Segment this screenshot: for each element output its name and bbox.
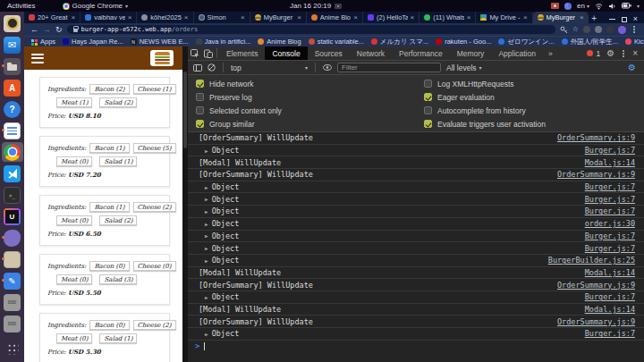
back-button[interactable]: ← [30, 26, 38, 34]
activities-button[interactable]: Activities [7, 2, 36, 10]
tab-close-button[interactable]: × [128, 13, 132, 21]
browser-tab[interactable]: My Drive - Goo× [476, 12, 532, 23]
dock-item-show-apps[interactable] [2, 339, 23, 358]
source-link[interactable]: OrderSummary.js:9 [557, 317, 644, 326]
browser-tab[interactable]: MyBurger× [250, 12, 307, 23]
browser-tab[interactable]: Simon× [194, 12, 250, 23]
console-sidebar-icon[interactable] [193, 64, 202, 72]
setting-selected-context-only[interactable]: Selected context only [196, 104, 416, 117]
page-scrollbar[interactable] [182, 46, 188, 362]
scrollbar-thumb[interactable] [183, 72, 187, 148]
tab-close-button[interactable]: × [241, 13, 245, 21]
extension-icon[interactable] [583, 26, 590, 33]
devtools-tab-console[interactable]: Console [265, 46, 307, 60]
tab-close-button[interactable]: × [580, 13, 584, 21]
source-link[interactable]: Burger.js:7 [585, 232, 644, 240]
hamburger-menu-icon[interactable] [31, 54, 44, 63]
expand-triangle-icon[interactable]: ▶ [188, 184, 212, 190]
source-link[interactable]: OrderSummary.js:9 [557, 170, 644, 179]
source-link[interactable]: Modal.js:14 [585, 305, 644, 314]
setting-hide-network[interactable]: Hide network [196, 77, 416, 90]
devtools-close-button[interactable]: × [632, 48, 638, 58]
checkbox[interactable] [424, 120, 432, 128]
source-link[interactable]: order.js:30 [585, 219, 644, 228]
dock-item-files[interactable] [2, 56, 23, 76]
dock-item-ssd-1[interactable]: SSD [2, 292, 23, 312]
tab-close-button[interactable]: × [297, 13, 301, 21]
device-toolbar-icon[interactable] [201, 49, 215, 58]
error-badge[interactable]: 1 [587, 49, 600, 58]
browser-tab[interactable]: MyBurger× [533, 12, 589, 23]
burger-logo[interactable] [150, 50, 174, 66]
devtools-menu-icon[interactable] [623, 53, 624, 55]
minimize-button[interactable] [609, 19, 615, 20]
checkbox[interactable] [196, 106, 204, 114]
source-link[interactable]: Modal.js:14 [585, 268, 644, 277]
dock-item-intellij[interactable]: U [2, 206, 23, 226]
checkbox[interactable] [196, 120, 204, 128]
topbar-app-menu[interactable]: Google Chrome ▾ [63, 2, 129, 10]
inspect-element-icon[interactable] [188, 49, 201, 58]
reload-button[interactable]: ↻ [55, 26, 63, 34]
devtools-tab-application[interactable]: Application [491, 46, 543, 60]
expand-triangle-icon[interactable]: ▶ [188, 232, 212, 239]
devtools-tab-memory[interactable]: Memory [450, 46, 492, 60]
source-link[interactable]: BurgerBuilder.js:25 [548, 256, 644, 265]
language-indicator[interactable]: en▾ [577, 2, 589, 10]
setting-preserve-log[interactable]: Preserve log [196, 90, 416, 104]
devtools-tab-sources[interactable]: Sources [308, 46, 350, 60]
checkbox[interactable] [196, 80, 204, 88]
setting-evaluate-triggers-user-activation[interactable]: Evaluate triggers user activation [424, 117, 644, 130]
tab-close-button[interactable]: × [411, 13, 415, 21]
bookmark-star-icon[interactable]: ☆ [572, 26, 579, 33]
browser-tab[interactable]: (2) HelloTalk× [363, 12, 419, 23]
bookmark-item[interactable]: Apps [31, 38, 55, 46]
eye-icon[interactable] [323, 64, 332, 71]
setting-eager-evaluation[interactable]: Eager evaluation [424, 90, 644, 104]
expand-triangle-icon[interactable]: ▶ [188, 221, 212, 227]
bookmark-item[interactable]: ゼロワンイン... [498, 38, 554, 46]
checkbox[interactable] [424, 106, 432, 114]
source-link[interactable]: OrderSummary.js:9 [557, 281, 644, 290]
console-prompt[interactable]: > [188, 341, 644, 352]
profile-avatar[interactable] [618, 26, 626, 34]
browser-tab[interactable]: 20+ Great Inte× [24, 12, 80, 23]
dock-item-ubuntu-software[interactable]: A [2, 78, 23, 97]
source-link[interactable]: Burger.js:7 [585, 195, 644, 204]
expand-triangle-icon[interactable]: ▶ [188, 245, 212, 251]
bookmark-item[interactable]: Java in artifici... [196, 38, 251, 46]
tab-close-button[interactable]: × [523, 13, 528, 21]
tab-close-button[interactable]: × [467, 13, 471, 21]
bookmark-item[interactable]: Anime Blog [258, 38, 301, 46]
key-icon[interactable] [560, 26, 568, 34]
dock-item-mail[interactable]: ✉ [2, 35, 23, 55]
dock-item-libreoffice-writer[interactable] [2, 121, 23, 140]
source-link[interactable]: Burger.js:7 [585, 146, 644, 155]
tab-close-button[interactable]: × [72, 13, 76, 21]
close-window-button[interactable]: × [633, 15, 638, 23]
source-link[interactable]: Burger.js:7 [585, 206, 644, 215]
new-tab-button[interactable]: + [589, 13, 600, 23]
tab-close-button[interactable]: × [184, 13, 189, 21]
system-tray[interactable]: en▾ ▾ [551, 2, 640, 10]
setting-log-xmlhttprequests[interactable]: Log XMLHttpRequests [424, 77, 644, 90]
dock-item-rhythmbox[interactable] [2, 13, 23, 33]
expand-triangle-icon[interactable]: ▶ [188, 294, 212, 300]
address-bar[interactable]: burger-app-e572c.web.app/orders [67, 25, 555, 34]
checkbox[interactable] [424, 93, 432, 101]
expand-triangle-icon[interactable]: ▶ [188, 196, 212, 202]
browser-menu-icon[interactable] [633, 29, 635, 30]
checkbox[interactable] [424, 80, 432, 88]
lock-icon[interactable] [73, 29, 78, 32]
log-levels-dropdown[interactable]: All levels▾ [446, 63, 482, 72]
tab-close-button[interactable]: × [353, 13, 358, 21]
dock-item-gimp[interactable] [2, 228, 23, 248]
source-link[interactable]: OrderSummary.js:9 [557, 133, 644, 142]
bookmark-item[interactable]: static variable... [309, 38, 364, 46]
console-filter-input[interactable] [337, 63, 441, 72]
devtools-tab-performance[interactable]: Performance [392, 46, 450, 60]
forward-button[interactable]: → [43, 26, 51, 34]
setting-autocomplete-from-history[interactable]: Autocomplete from history [424, 104, 644, 117]
source-link[interactable]: Burger.js:7 [585, 244, 644, 253]
dock-item-help[interactable]: ? [2, 99, 23, 119]
